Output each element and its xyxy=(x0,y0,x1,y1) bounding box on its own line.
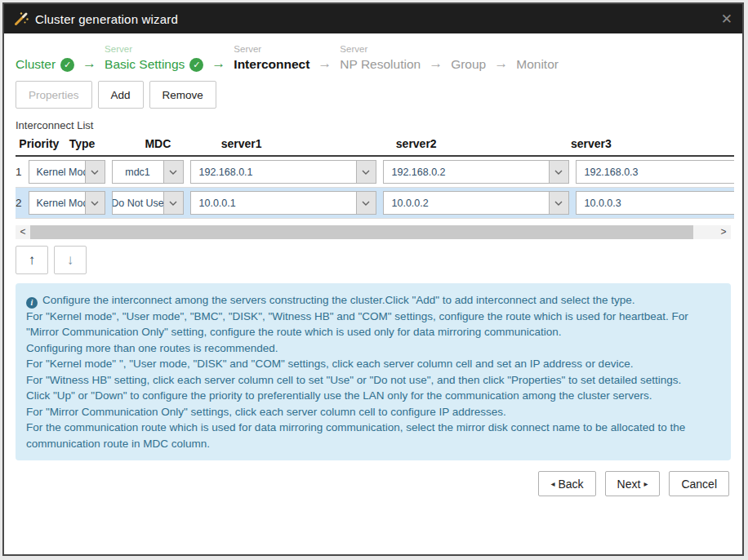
arrow-down-icon: ↓ xyxy=(67,252,74,269)
next-button[interactable]: Next▸ xyxy=(605,471,661,496)
wizard-steps: Cluster✓ → Server Basic Settings✓ → Serv… xyxy=(4,33,742,73)
cluster-generation-wizard-dialog: Cluster generation wizard ✕ Cluster✓ → S… xyxy=(2,2,744,556)
priority-move-buttons: ↑ ↓ xyxy=(4,239,742,274)
chevron-down-icon[interactable] xyxy=(85,161,105,183)
priority-cell: 1 xyxy=(16,166,22,178)
chevron-down-icon[interactable] xyxy=(549,192,568,214)
header-server2: server2 xyxy=(391,137,559,150)
table-header-row: Priority Type MDC server1 server2 server… xyxy=(16,137,734,157)
info-message-box: iConfigure the interconnect among the se… xyxy=(16,283,731,460)
info-paragraph: For "Witness HB" setting, click each ser… xyxy=(26,372,720,389)
header-type: Type xyxy=(69,137,139,150)
next-triangle-icon: ▸ xyxy=(643,479,648,488)
type-select[interactable]: Kernel Mode xyxy=(29,191,105,215)
check-circle-icon: ✓ xyxy=(189,58,203,72)
interconnect-table: Priority Type MDC server1 server2 server… xyxy=(16,136,734,219)
close-icon[interactable]: ✕ xyxy=(721,12,732,26)
dialog-title: Cluster generation wizard xyxy=(35,12,178,26)
chevron-down-icon[interactable] xyxy=(549,161,568,183)
arrow-right-icon: → xyxy=(486,55,516,73)
add-button[interactable]: Add xyxy=(98,81,144,109)
arrow-right-icon: → xyxy=(309,55,340,73)
info-paragraph: For the communication route which is use… xyxy=(26,420,720,451)
properties-button[interactable]: Properties xyxy=(16,81,92,109)
check-circle-icon: ✓ xyxy=(60,58,74,72)
table-row-1[interactable]: 1 Kernel Mode mdc1 192.168.0.1 192.168.0… xyxy=(16,157,734,188)
move-up-button[interactable]: ↑ xyxy=(16,246,48,274)
back-button[interactable]: ◂Back xyxy=(538,471,595,496)
step-cluster[interactable]: Cluster✓ xyxy=(16,42,74,73)
scrollbar-thumb[interactable] xyxy=(30,225,693,239)
header-server1: server1 xyxy=(216,137,385,150)
footer-buttons: ◂Back Next▸ Cancel xyxy=(4,460,742,496)
chevron-down-icon[interactable] xyxy=(163,161,183,183)
mdc-select[interactable]: Do Not Use xyxy=(112,191,184,215)
table-row-2[interactable]: 2 Kernel Mode Do Not Use 10.0.0.1 10.0.0… xyxy=(16,188,734,219)
toolbar: Properties Add Remove xyxy=(4,73,742,109)
server1-address-combo[interactable]: 10.0.0.1 xyxy=(190,191,376,215)
step-group[interactable]: Group xyxy=(451,42,486,73)
chevron-down-icon[interactable] xyxy=(163,192,183,214)
interconnect-list-label: Interconnect List xyxy=(4,109,742,131)
info-paragraph: iConfigure the interconnect among the se… xyxy=(26,292,720,309)
arrow-right-icon: → xyxy=(74,55,105,73)
arrow-right-icon: → xyxy=(421,55,451,73)
step-interconnect[interactable]: Server Interconnect xyxy=(234,42,309,73)
server3-address-combo[interactable]: 10.0.0.3 xyxy=(576,191,734,215)
info-paragraph: For "Kernel mode" ", "User mode, "DISK" … xyxy=(26,356,720,372)
remove-button[interactable]: Remove xyxy=(149,81,216,109)
server1-address-combo[interactable]: 192.168.0.1 xyxy=(190,160,376,184)
scrollbar-track[interactable] xyxy=(30,225,716,239)
step-basic-settings[interactable]: Server Basic Settings✓ xyxy=(105,42,203,73)
back-triangle-icon: ◂ xyxy=(550,479,554,488)
server2-address-combo[interactable]: 192.168.0.2 xyxy=(383,160,569,184)
horizontal-scrollbar[interactable]: < > xyxy=(16,225,731,239)
header-server3: server3 xyxy=(566,137,734,150)
arrow-right-icon: → xyxy=(203,55,234,73)
chevron-down-icon[interactable] xyxy=(356,161,376,183)
step-monitor[interactable]: Monitor xyxy=(516,42,559,73)
priority-cell: 2 xyxy=(16,197,22,209)
server2-address-combo[interactable]: 10.0.0.2 xyxy=(383,191,569,215)
info-paragraph: For "Mirror Communication Only" settings… xyxy=(26,404,720,420)
info-paragraph: Click "Up" or "Down" to configure the pr… xyxy=(26,388,720,404)
info-paragraph: For "Kernel mode", "User mode", "BMC", "… xyxy=(26,309,720,340)
header-priority: Priority xyxy=(16,137,63,150)
titlebar: Cluster generation wizard ✕ xyxy=(4,4,742,33)
header-mdc: MDC xyxy=(145,137,209,150)
server3-address-combo[interactable]: 192.168.0.3 xyxy=(576,160,734,184)
info-paragraph: Configuring more than one routes is reco… xyxy=(26,340,720,357)
chevron-down-icon[interactable] xyxy=(85,192,105,214)
scroll-right-icon[interactable]: > xyxy=(716,225,731,239)
mdc-select[interactable]: mdc1 xyxy=(112,160,184,184)
cancel-button[interactable]: Cancel xyxy=(669,471,729,496)
type-select[interactable]: Kernel Mode xyxy=(29,160,105,184)
step-np-resolution[interactable]: Server NP Resolution xyxy=(340,42,421,73)
wizard-wand-icon xyxy=(14,11,29,26)
chevron-down-icon[interactable] xyxy=(356,192,376,214)
arrow-up-icon: ↑ xyxy=(29,252,36,269)
info-icon: i xyxy=(26,297,38,309)
scroll-left-icon[interactable]: < xyxy=(16,225,30,239)
move-down-button[interactable]: ↓ xyxy=(54,246,87,274)
